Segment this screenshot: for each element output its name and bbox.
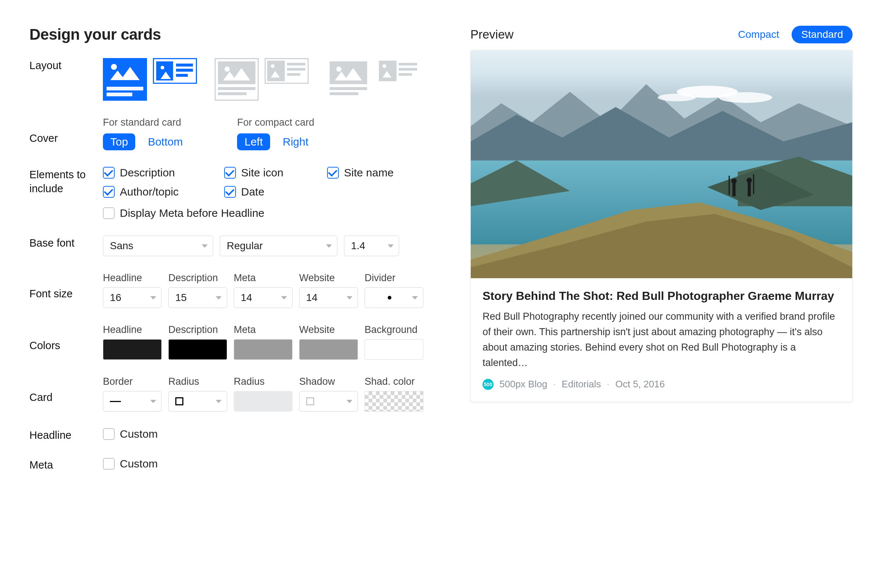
base-font-label: Base font [29,236,103,249]
shadow-box-icon [306,397,314,405]
color-website-swatch[interactable] [299,339,358,360]
preview-card-image [471,50,852,278]
preview-card-headline: Story Behind The Shot: Red Bull Photogra… [483,288,840,303]
chk-meta-before-headline[interactable]: Display Meta before Headline [103,207,448,219]
svg-point-9 [719,92,772,103]
chk-site-name[interactable]: Site name [327,166,430,179]
chevron-down-icon [202,244,208,248]
card-shadow-select[interactable] [299,391,358,412]
cover-compact-right[interactable]: Right [275,134,316,150]
elements-label: Elements to include [29,166,103,195]
border-line-icon [110,401,121,402]
layout-option-3[interactable] [326,58,420,101]
chk-author-topic[interactable]: Author/topic [103,186,224,198]
font-size-meta-select[interactable]: 14 [234,287,292,308]
chk-meta-custom[interactable]: Custom [103,458,448,470]
chevron-down-icon [281,296,287,300]
color-headline-swatch[interactable] [103,339,162,360]
cover-compact-caption: For compact card [237,117,316,128]
color-background-swatch[interactable] [364,339,423,360]
font-size-website-select[interactable]: 14 [299,287,358,308]
meta-label: Meta [29,458,103,471]
card-radius1-select[interactable] [168,391,227,412]
chevron-down-icon [346,296,352,300]
cover-standard-top[interactable]: Top [103,134,135,150]
layout-option-1[interactable] [103,58,197,101]
cover-label: Cover [29,117,103,144]
svg-rect-7 [753,174,754,194]
chevron-down-icon [150,296,156,300]
colors-label: Colors [29,324,103,352]
svg-point-10 [658,94,696,101]
preview-title: Preview [470,28,513,42]
chevron-down-icon [150,400,156,403]
color-meta-swatch[interactable] [234,339,292,360]
svg-rect-5 [748,183,751,196]
site-icon: 500 [483,379,494,390]
chevron-down-icon [346,400,352,403]
color-description-swatch[interactable] [168,339,227,360]
svg-point-6 [746,177,752,183]
svg-point-3 [731,178,737,184]
chk-site-icon[interactable]: Site icon [224,166,327,179]
cover-standard-bottom[interactable]: Bottom [140,134,190,150]
chevron-down-icon [412,296,418,300]
headline-label: Headline [29,428,103,441]
preview-card-meta: 500 500px Blog · Editorials · Oct 5, 201… [483,378,840,390]
card-border-select[interactable] [103,391,162,412]
chk-headline-custom[interactable]: Custom [103,428,448,440]
divider-dot-icon [388,296,392,300]
preview-card: Story Behind The Shot: Red Bull Photogra… [470,50,853,402]
chevron-down-icon [216,296,222,300]
preview-card-date: Oct 5, 2016 [616,378,665,390]
chk-description[interactable]: Description [103,166,224,179]
radius-square-icon [175,397,183,405]
card-label: Card [29,376,103,404]
font-size-label: Font size [29,272,103,300]
base-font-weight-select[interactable]: Regular [220,236,338,256]
svg-rect-4 [729,176,730,195]
preview-card-description: Red Bull Photography recently joined our… [483,309,840,370]
preview-card-sitename: 500px Blog [500,378,547,390]
chevron-down-icon [326,244,332,248]
page-title: Design your cards [29,26,448,44]
layout-label: Layout [29,58,103,72]
card-shadow-color-swatch[interactable] [364,391,423,412]
chk-date[interactable]: Date [224,186,327,198]
card-radius2-select[interactable] [234,391,292,412]
chevron-down-icon [216,400,222,403]
base-font-family-select[interactable]: Sans [103,236,213,256]
cover-standard-caption: For standard card [103,117,190,128]
layout-option-2[interactable] [214,58,309,101]
cover-compact-left[interactable]: Left [237,134,270,150]
font-size-headline-select[interactable]: 16 [103,287,162,308]
font-size-description-select[interactable]: 15 [168,287,227,308]
preview-compact-btn[interactable]: Compact [728,26,789,44]
font-size-divider-select[interactable] [364,287,423,308]
preview-card-topic: Editorials [561,378,601,390]
svg-rect-2 [732,183,735,196]
base-font-lineheight-select[interactable]: 1.4 [344,236,399,256]
chevron-down-icon [388,244,394,248]
preview-standard-btn[interactable]: Standard [792,26,853,44]
